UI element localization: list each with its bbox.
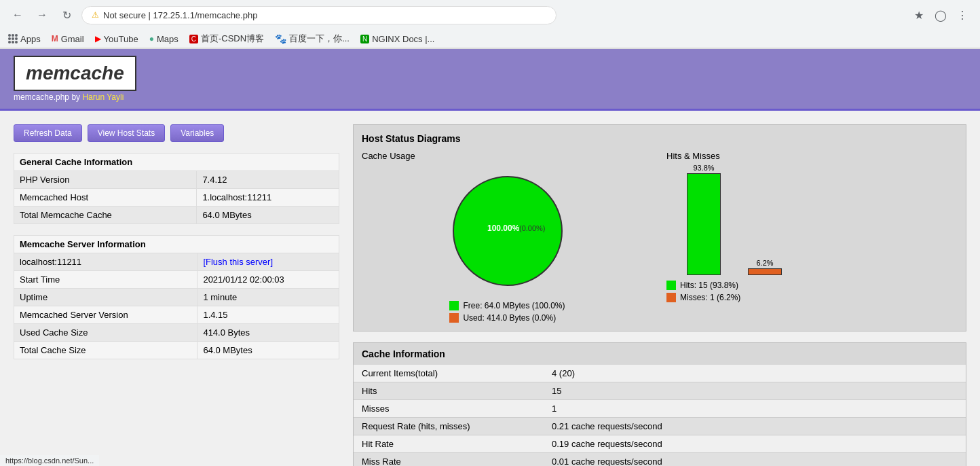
bookmark-youtube[interactable]: ▶ YouTube xyxy=(95,34,138,44)
request-rate-value: 0.21 cache requests/second xyxy=(544,418,966,435)
flush-server-link[interactable]: [Flush this server] xyxy=(197,253,339,271)
misses-pct-label: 6.2% xyxy=(756,259,773,267)
svg-text:(0.00%): (0.00%) xyxy=(519,224,546,232)
account-button[interactable]: ◯ xyxy=(931,5,950,24)
table-row: Memcached Host 1.localhost:11211 xyxy=(14,189,339,207)
left-panel: Refresh Data View Host Stats Variables G… xyxy=(14,124,339,466)
hit-rate-value: 0.19 cache requests/second xyxy=(544,435,966,453)
misses-legend-label: Misses: 1 (6.2%) xyxy=(680,293,740,302)
cache-info-table: Current Items(total) 4 (20) Hits 15 Miss… xyxy=(354,365,966,466)
author-link[interactable]: Harun Yayli xyxy=(82,92,124,102)
logo-text: memcache xyxy=(26,62,124,84)
bookmark-maps[interactable]: ● Maps xyxy=(149,34,178,44)
hits-legend-label: Hits: 15 (93.8%) xyxy=(680,281,738,290)
page-header: memcache memcache.php by Harun Yayli xyxy=(0,49,980,111)
subtitle: memcache.php by Harun Yayli xyxy=(14,92,966,102)
table-row: Total Cache Size 64.0 MBytes xyxy=(14,342,339,359)
bookmark-apps[interactable]: Apps xyxy=(8,34,41,44)
view-host-stats-button[interactable]: View Host Stats xyxy=(88,124,165,142)
server-host-label: localhost:11211 xyxy=(14,253,197,271)
forward-button[interactable]: → xyxy=(33,5,52,24)
misses-label: Misses xyxy=(354,400,544,418)
used-label: Used: 414.0 Bytes (0.0%) xyxy=(463,313,556,323)
pie-legend: Free: 64.0 MBytes (100.0%) Used: 414.0 B… xyxy=(449,301,565,323)
pie-container: 100.00% (0.00%) Free: 64.0 MBytes (100.0… xyxy=(362,166,653,323)
bookmark-nginx-label: NGINX Docs |... xyxy=(372,34,434,44)
apps-icon xyxy=(8,34,18,43)
cache-usage-title: Cache Usage xyxy=(362,151,653,161)
general-cache-table: General Cache Information PHP Version 7.… xyxy=(14,153,339,224)
server-info-title: Memcache Server Information xyxy=(14,236,339,253)
bookmark-csdn[interactable]: C 首页-CSDN博客 xyxy=(189,33,264,45)
bookmark-maps-label: Maps xyxy=(157,34,178,44)
hits-color xyxy=(666,281,676,290)
hits-bar xyxy=(687,173,721,275)
host-status-diagrams: Host Status Diagrams Cache Usage 100.00%… xyxy=(353,124,966,331)
diagrams-title: Host Status Diagrams xyxy=(362,133,958,144)
browser-nav: ← → ↻ ⚠ Not secure | 172.25.1.1/memcache… xyxy=(0,0,980,30)
hit-rate-label: Hit Rate xyxy=(354,435,544,453)
right-panel: Host Status Diagrams Cache Usage 100.00%… xyxy=(353,124,966,466)
diagrams-row: Cache Usage 100.00% (0.00%) F xyxy=(362,151,958,323)
bookmark-nginx[interactable]: N NGINX Docs |... xyxy=(360,34,434,44)
variables-button[interactable]: Variables xyxy=(170,124,224,142)
table-row: Hits 15 xyxy=(354,382,966,400)
back-button[interactable]: ← xyxy=(8,5,27,24)
total-memcache-label: Total Memcache Cache xyxy=(14,207,197,224)
memcached-host-value: 1.localhost:11211 xyxy=(197,189,339,207)
total-memcache-value: 64.0 MBytes xyxy=(197,207,339,224)
miss-rate-label: Miss Rate xyxy=(354,453,544,467)
cache-info-title: Cache Information xyxy=(354,343,966,365)
misses-bar xyxy=(748,268,782,275)
maps-icon: ● xyxy=(149,34,154,43)
bookmark-star-button[interactable]: ★ xyxy=(909,5,928,24)
table-row: PHP Version 7.4.12 xyxy=(14,171,339,189)
bookmark-baidu[interactable]: 🐾 百度一下，你... xyxy=(275,33,350,45)
miss-rate-value: 0.01 cache requests/second xyxy=(544,453,966,467)
csdn-icon: C xyxy=(189,35,198,43)
page-content: Refresh Data View Host Stats Variables G… xyxy=(0,111,980,466)
hits-value: 15 xyxy=(544,382,966,400)
server-version-label: Memcached Server Version xyxy=(14,306,197,324)
memcached-host-label: Memcached Host xyxy=(14,189,197,207)
start-time-value: 2021/01/12 02:00:03 xyxy=(197,271,339,289)
free-color xyxy=(449,301,459,310)
start-time-label: Start Time xyxy=(14,271,197,289)
current-items-value: 4 (20) xyxy=(544,365,966,382)
url-bottom-bar: https://blog.csdn.net/Sun... xyxy=(0,455,99,466)
total-cache-label: Total Cache Size xyxy=(14,342,197,359)
browser-bookmarks: Apps M Gmail ▶ YouTube ● Maps C 首页-CSDN博… xyxy=(0,30,980,48)
cache-info-box: Cache Information Current Items(total) 4… xyxy=(353,342,966,466)
address-bar[interactable]: ⚠ Not secure | 172.25.1.1/memcache.php xyxy=(81,6,557,24)
uptime-label: Uptime xyxy=(14,289,197,306)
bookmark-gmail[interactable]: M Gmail xyxy=(52,34,84,44)
hits-pct-label: 93.8% xyxy=(693,164,714,172)
free-legend-item: Free: 64.0 MBytes (100.0%) xyxy=(449,301,565,310)
browser-chrome: ← → ↻ ⚠ Not secure | 172.25.1.1/memcache… xyxy=(0,0,980,49)
general-cache-title: General Cache Information xyxy=(14,154,339,171)
table-row: localhost:11211 [Flush this server] xyxy=(14,253,339,271)
hits-legend-item: Hits: 15 (93.8%) xyxy=(666,281,740,290)
used-cache-label: Used Cache Size xyxy=(14,324,197,342)
bookmark-csdn-label: 首页-CSDN博客 xyxy=(201,33,264,45)
hits-misses-section: Hits & Misses 93.8% 6.2% xyxy=(666,151,958,323)
subtitle-text: memcache.php by xyxy=(14,92,80,102)
youtube-icon: ▶ xyxy=(95,34,101,43)
refresh-data-button[interactable]: Refresh Data xyxy=(14,124,82,142)
logo: memcache xyxy=(14,56,136,91)
uptime-value: 1 minute xyxy=(197,289,339,306)
misses-color xyxy=(666,293,676,302)
bookmark-apps-label: Apps xyxy=(20,34,41,44)
refresh-browser-button[interactable]: ↻ xyxy=(57,5,76,24)
bar-legend: Hits: 15 (93.8%) Misses: 1 (6.2%) xyxy=(666,281,740,302)
hits-misses-title: Hits & Misses xyxy=(666,151,958,161)
current-items-label: Current Items(total) xyxy=(354,365,544,382)
table-row: Hit Rate 0.19 cache requests/second xyxy=(354,435,966,453)
menu-button[interactable]: ⋮ xyxy=(953,5,972,24)
server-version-value: 1.4.15 xyxy=(197,306,339,324)
free-label: Free: 64.0 MBytes (100.0%) xyxy=(463,301,565,310)
table-row: Uptime 1 minute xyxy=(14,289,339,306)
lock-icon: ⚠ xyxy=(92,10,99,20)
table-row: Request Rate (hits, misses) 0.21 cache r… xyxy=(354,418,966,435)
bookmark-baidu-label: 百度一下，你... xyxy=(289,33,350,45)
